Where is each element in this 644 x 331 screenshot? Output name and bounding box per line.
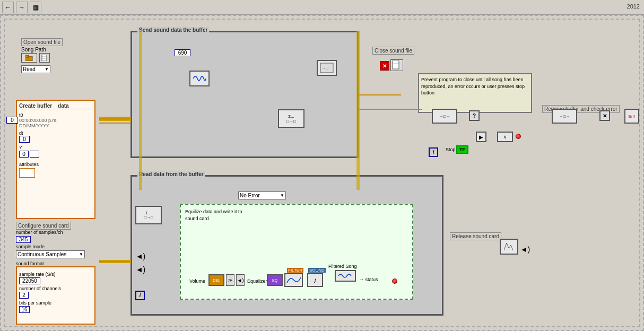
error-indicator: Err! xyxy=(624,109,639,124)
close-sound-label: Close sound file xyxy=(372,47,414,55)
forward-button[interactable]: → xyxy=(16,2,28,13)
filter-icon xyxy=(286,275,302,285)
vol-knob-icon[interactable]: ≫ xyxy=(226,274,234,286)
equilize-label: Equilize data and write it to sound card xyxy=(185,208,243,222)
shift-reg-block[interactable]: Σ...□→□ xyxy=(278,109,304,128)
year-label: 2012 xyxy=(627,3,640,10)
back-button[interactable]: ← xyxy=(2,2,14,13)
speaker-sym-icon2: ◄) xyxy=(136,265,146,274)
bundle-wire-1 xyxy=(99,260,131,263)
filtered-song-block[interactable] xyxy=(335,270,356,282)
v-merge-block[interactable]: ∨ xyxy=(497,132,513,142)
song-path-label: Song Path xyxy=(21,47,46,53)
svg-text:→□: →□ xyxy=(321,66,328,71)
grid-icon: ▦ xyxy=(33,4,39,11)
forward-icon: → xyxy=(19,4,25,11)
stop-button[interactable]: TF xyxy=(456,145,468,154)
vol-speaker-icon[interactable]: ◄) xyxy=(236,274,245,286)
filter-block[interactable] xyxy=(284,273,303,287)
equalizer-text: Equalizer xyxy=(247,278,267,284)
attributes-label: attributes xyxy=(19,162,92,167)
wire-h-send-close xyxy=(359,94,401,95)
no-error-dropdown[interactable]: No Error ▼ xyxy=(238,191,286,199)
create-buffer-box: Create buffer data t0 00:00:00.000 p.m. … xyxy=(16,100,95,219)
merge-right-block[interactable]: →□→ xyxy=(552,109,577,124)
arrow-right-icon: ≫ xyxy=(228,278,232,283)
dropdown-arrow-icon: ▼ xyxy=(45,67,49,72)
led-red-1 xyxy=(516,134,521,139)
bits-val[interactable]: 16 xyxy=(19,306,30,313)
val-690[interactable]: 690 xyxy=(175,49,190,56)
configure-label: Configure sound card xyxy=(16,222,71,230)
stop-text: Stop xyxy=(446,147,456,152)
svg-rect-1 xyxy=(25,55,29,57)
bits-label: bits per sample xyxy=(19,300,92,306)
merge-x-block[interactable]: ✕ xyxy=(599,110,610,121)
close-x-icon[interactable]: ✕ xyxy=(380,61,389,71)
svg-rect-2 xyxy=(42,55,47,61)
num-channels-label: number of channels xyxy=(19,286,92,291)
shift-reg-icon: Σ...□→□ xyxy=(286,114,296,124)
music-note-icon: ♪ xyxy=(314,276,317,284)
y-val1[interactable]: 0 xyxy=(19,151,29,158)
info-i-block-read[interactable]: i xyxy=(135,291,145,300)
wire-main-h xyxy=(359,109,422,110)
release-func-block[interactable] xyxy=(500,239,518,255)
eq-block-icon: EQ xyxy=(268,275,282,285)
sample-mode-label: sample mode xyxy=(16,244,45,249)
question-merge-node[interactable]: ? xyxy=(469,110,480,121)
i0-val[interactable]: 0 xyxy=(6,117,18,124)
filter-label: FILTER xyxy=(287,268,303,273)
no-error-arrow-icon: ▼ xyxy=(280,193,284,198)
sample-rate-label: sample rate (S/s) xyxy=(19,272,92,277)
grid-button[interactable]: ▦ xyxy=(30,2,41,13)
close-file-icon[interactable] xyxy=(390,59,403,71)
merge-func-icon: →□→ xyxy=(439,114,450,119)
speaker-right-icon: ◄) xyxy=(520,244,530,255)
merge-icon: →□ xyxy=(319,62,334,74)
song-path-icon2[interactable] xyxy=(39,53,50,63)
back-icon: ← xyxy=(5,4,11,11)
merge-right-icon: →□→ xyxy=(559,114,570,119)
date-val: DD/MM/YYYY xyxy=(19,123,92,128)
read-dropdown[interactable]: Read ▼ xyxy=(21,65,50,73)
continuous-dropdown[interactable]: Continuous Samples ▼ xyxy=(16,250,85,258)
samples-val[interactable]: 345 xyxy=(16,236,31,243)
v-icon: ∨ xyxy=(503,134,507,140)
send-buffer-label: Send sound data the buffer xyxy=(137,27,209,33)
sample-rate-val[interactable]: 22050 xyxy=(19,277,40,284)
send-buffer-section: Send sound data the buffer 690 →□ Σ...□→… xyxy=(130,31,359,158)
led-red-2 xyxy=(392,278,397,284)
volume-block[interactable]: DBL xyxy=(208,274,224,286)
play-block[interactable]: ▶ xyxy=(476,132,486,142)
svg-rect-7 xyxy=(393,60,399,69)
error-icon: Err! xyxy=(629,114,636,119)
play-icon: ▶ xyxy=(479,134,483,140)
dt-val[interactable]: 0 xyxy=(19,136,30,143)
func-block-1[interactable] xyxy=(189,71,210,86)
prevent-note-box: Prevent program to close until all song … xyxy=(418,73,532,113)
speaker-left-icon: ◄) xyxy=(135,251,146,262)
dt-label: dt xyxy=(19,130,92,136)
speaker-r-icon: ◄) xyxy=(520,245,530,254)
t0-label: t0 xyxy=(19,112,92,118)
info-i-block[interactable]: i xyxy=(429,147,438,157)
release-sound-label: Release sound card xyxy=(450,232,501,240)
song-path-icon[interactable] xyxy=(21,53,37,63)
read-shift-reg[interactable]: Σ...□→□ xyxy=(135,206,162,224)
status-text: → status xyxy=(359,277,378,282)
speaker-icon: ◄) xyxy=(237,277,243,283)
music-note-block[interactable]: ♪ xyxy=(307,273,323,287)
equalizer-block[interactable]: EQ xyxy=(267,274,283,286)
channels-val[interactable]: 2 xyxy=(19,292,29,299)
merge-func-block[interactable]: →□→ xyxy=(432,109,457,124)
time-val: 00:00:00.000 p.m. xyxy=(19,118,92,123)
func-block-2[interactable]: →□ xyxy=(317,60,337,76)
main-canvas: Open sound file Song Path Read ▼ Create … xyxy=(0,15,644,331)
filtered-waveform-icon xyxy=(337,272,353,280)
release-icon xyxy=(502,241,516,252)
file-close-icon xyxy=(392,60,402,70)
attributes-box xyxy=(19,168,35,178)
y-val2[interactable] xyxy=(30,151,39,158)
samples-per-ch-label: number of samples/ch xyxy=(16,230,63,235)
